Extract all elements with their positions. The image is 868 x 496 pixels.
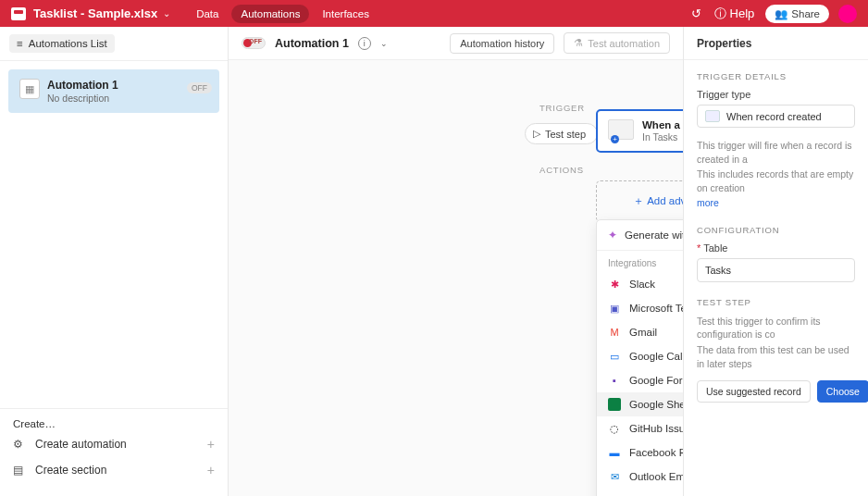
integration-label: Outlook Email [629,471,683,482]
share-button[interactable]: 👥 Share [765,5,829,23]
table-label: Table [697,242,855,254]
create-label: Create… [0,415,228,431]
automation-card[interactable]: ▦ Automation 1 No description OFF [8,69,219,113]
section-icon: ▤ [13,464,28,477]
info-icon[interactable]: i [358,37,371,50]
integration-label: Gmail [629,327,657,338]
integration-outlook-calendar[interactable]: ▭Outlook Calendar› [597,489,683,496]
automations-list-toggle[interactable]: ≡ Automations List [9,34,115,53]
integration-github-issues[interactable]: ◌GitHub Issues› [597,416,683,440]
add-action-label: Add advanced logic or action [647,195,683,206]
integration-label: Google Sheets [629,399,683,410]
gmail-icon: M [608,326,621,339]
microsoft-teams-icon: ▣ [608,302,621,315]
test-step-heading: TEST STEP [697,297,855,307]
test-automation-label: Test automation [588,38,660,49]
top-tabs: Data Automations Interfaces [187,5,378,23]
create-section-label: Create section [35,464,106,477]
automation-status-badge: OFF [187,82,212,93]
use-suggested-record-button[interactable]: Use suggested record [697,380,811,403]
integration-label: Microsoft Teams [629,303,683,314]
integration-gmail[interactable]: MGmail› [597,320,683,344]
test-automation-button[interactable]: ⚗Test automation [564,32,670,54]
flask-icon: ⚗ [574,37,583,49]
history-icon[interactable]: ↺ [691,6,701,20]
action-picker-menu: ✦ Generate with AI Team Integrations ✱Sl… [596,219,683,496]
automation-name[interactable]: Automation 1 [275,37,349,50]
create-automation-button[interactable]: ⚙ Create automation + [0,431,228,457]
add-badge-icon: + [611,135,619,143]
play-icon: ▷ [533,128,540,140]
trigger-subtitle: In Tasks [642,131,683,143]
app-logo [11,7,26,20]
integration-slack[interactable]: ✱Slack› [597,272,683,296]
outlook-email-icon: ✉ [608,470,621,483]
integration-label: GitHub Issues [629,423,683,434]
trigger-details-heading: TRIGGER DETAILS [697,71,855,81]
test-step-button[interactable]: ▷ Test step [525,123,598,144]
integration-label: Google Forms [629,375,683,386]
trigger-section-label: TRIGGER [539,103,585,113]
generate-ai-label: Generate with AI [625,229,683,241]
chevron-down-icon[interactable]: ⌄ [380,39,388,48]
hamburger-icon: ≡ [17,38,23,49]
integration-google-sheets[interactable]: Google Sheets› [597,392,683,416]
trigger-desc-line2: This includes records that are empty on … [697,167,855,194]
help-button[interactable]: ⓘ Help [714,6,755,22]
table-select[interactable]: Tasks [697,258,855,282]
integration-label: Google Calendar [629,351,683,362]
tab-data[interactable]: Data [187,5,228,23]
test-step-label: Test step [545,129,586,140]
integration-google-calendar[interactable]: ▭Google Calendar› [597,344,683,368]
tab-interfaces[interactable]: Interfaces [313,5,378,23]
record-icon [705,110,720,122]
trigger-card[interactable]: + When a record is created In Tasks [596,109,683,153]
choose-record-button[interactable]: Choose [817,380,868,403]
test-desc-line1: Test this trigger to confirm its configu… [697,315,855,341]
integration-facebook-pages[interactable]: ▬Facebook Pages› [597,440,683,465]
integration-label: Slack [629,279,655,290]
sparkle-icon: ✦ [608,229,617,242]
share-label: Share [791,8,820,19]
facebook-pages-icon: ▬ [608,446,621,459]
trigger-title: When a record is created [642,119,683,130]
automation-history-button[interactable]: Automation history [450,33,554,54]
trigger-type-value: When record created [726,111,822,122]
toggle-label: OFF [249,38,262,44]
configuration-heading: CONFIGURATION [697,225,855,235]
slack-icon: ✱ [608,278,621,291]
create-automation-label: Create automation [35,438,127,451]
flow-icon: ⚙ [13,438,28,451]
actions-section-label: ACTIONS [539,165,584,175]
integration-microsoft-teams[interactable]: ▣Microsoft Teams› [597,296,683,320]
trigger-desc-line1: This trigger will fire when a record is … [697,139,855,166]
record-icon: + [608,119,634,140]
integration-label: Facebook Pages [629,447,683,458]
automation-toggle[interactable]: OFF [242,37,266,49]
create-section-button[interactable]: ▤ Create section + [0,457,228,483]
add-action-button[interactable]: ＋Add advanced logic or action [596,180,683,222]
automation-card-icon: ▦ [19,79,40,99]
more-link[interactable]: more [697,197,855,208]
automations-list-label: Automations List [29,38,107,49]
trigger-type-label: Trigger type [697,89,855,100]
google-calendar-icon: ▭ [608,350,621,363]
automation-card-desc: No description [47,93,118,104]
base-chevron-icon[interactable]: ⌄ [163,8,170,19]
test-desc-line2: The data from this test can be used in l… [697,343,855,370]
integrations-section-label: Integrations [597,251,683,272]
plus-icon: ＋ [633,195,644,206]
integration-outlook-email[interactable]: ✉Outlook Email› [597,465,683,489]
integration-google-forms[interactable]: ▪Google Forms› [597,368,683,392]
base-title[interactable]: Tasklist - Sample.xlsx [33,6,157,20]
plus-icon: + [207,437,215,452]
plus-icon: + [207,463,215,477]
generate-ai-button[interactable]: ✦ Generate with AI Team [597,220,683,251]
user-avatar[interactable] [838,5,857,23]
help-label: Help [730,6,755,20]
google-sheets-icon [608,398,621,411]
trigger-type-select[interactable]: When record created [697,105,855,128]
github-issues-icon: ◌ [608,422,621,435]
properties-title: Properties [684,27,868,60]
tab-automations[interactable]: Automations [231,5,309,23]
